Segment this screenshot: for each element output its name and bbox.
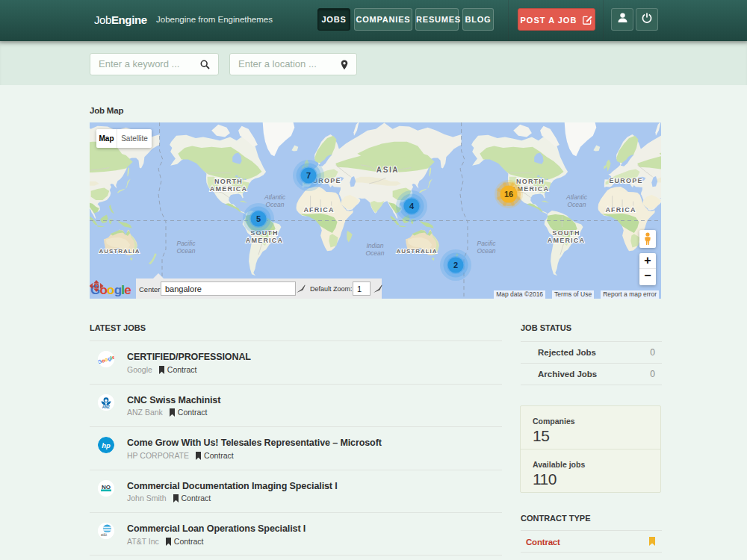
svg-text:AFRICA: AFRICA [303,206,334,214]
svg-text:2: 2 [453,261,458,270]
svg-text:NORTH: NORTH [516,178,545,185]
svg-text:4: 4 [409,202,415,211]
svg-text:Ocean: Ocean [365,249,384,257]
svg-text:AMERICA: AMERICA [246,237,283,244]
svg-text:Atlantic: Atlantic [565,193,588,201]
svg-text:at&t: at&t [101,533,108,537]
svg-text:Atlantic: Atlantic [264,193,286,201]
svg-text:Ocean: Ocean [477,247,495,255]
svg-text:AFRICA: AFRICA [605,206,636,214]
svg-text:EUROPE: EUROPE [609,177,642,184]
svg-text:SOUTH: SOUTH [552,229,580,237]
svg-text:5: 5 [256,214,261,223]
svg-text:NO: NO [102,483,111,490]
svg-text:ASIA: ASIA [376,166,399,174]
svg-text:AUSTRALIA: AUSTRALIA [99,248,140,255]
svg-text:AMERICA: AMERICA [548,237,585,244]
svg-text:Ocean: Ocean [176,247,195,255]
svg-text:7: 7 [306,171,311,180]
svg-text:NORTH: NORTH [214,178,243,185]
svg-text:hp: hp [102,441,111,449]
svg-text:Pacific: Pacific [176,240,196,247]
svg-text:AMERICA: AMERICA [210,185,247,193]
svg-text:Pacific: Pacific [477,240,496,247]
svg-text:AUSTRALIA: AUSTRALIA [396,248,437,255]
svg-text:Indian: Indian [366,242,383,249]
svg-text:Ocean: Ocean [567,201,586,208]
svg-text:16: 16 [504,190,513,199]
svg-text:ANZ: ANZ [102,404,110,408]
